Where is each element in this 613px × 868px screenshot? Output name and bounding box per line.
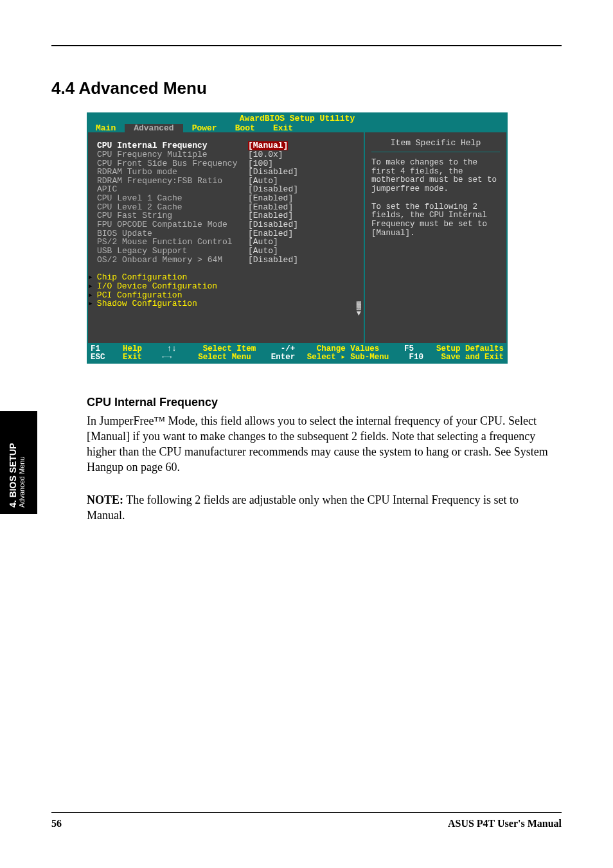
submenu-item[interactable]: ▸Chip Configuration — [88, 273, 360, 282]
submenu-arrow-icon: ▸ — [88, 282, 97, 291]
page-number: 56 — [51, 818, 62, 829]
field-heading: CPU Internal Frequency — [87, 396, 562, 409]
setting-value: [Disabled] — [248, 185, 298, 194]
legend-label: Exit — [123, 353, 142, 362]
tab-advanced[interactable]: Advanced — [125, 124, 182, 133]
setting-row[interactable]: CPU Level 1 Cache[Enabled] — [97, 194, 360, 203]
legend-key: F10 — [409, 353, 434, 362]
help-title: Item Specific Help — [371, 139, 500, 152]
field-description: In JumperFree™ Mode, this field allows y… — [87, 413, 556, 475]
legend-label: Select ▸ Sub-Menu — [307, 353, 389, 362]
setting-value: [Auto] — [248, 177, 278, 186]
setting-value: [10.0x] — [248, 150, 283, 159]
submenu-item[interactable]: ▸I/O Device Configuration — [88, 282, 360, 291]
setting-value: [Enabled] — [248, 194, 293, 203]
legend-label: Select Menu — [198, 353, 251, 362]
legend-key: ESC — [91, 353, 116, 362]
setting-row[interactable]: CPU Frequency Multiple[10.0x] — [97, 150, 360, 159]
scroll-down-icon[interactable]: ▓▼ — [357, 302, 361, 317]
submenu-label: I/O Device Configuration — [97, 282, 217, 291]
side-tab-title: 4. BIOS SETUP — [8, 443, 18, 508]
tab-power[interactable]: Power — [183, 124, 226, 133]
note-label: NOTE: — [87, 493, 123, 506]
setting-label: PS/2 Mouse Function Control — [97, 238, 248, 247]
manual-name: ASUS P4T User's Manual — [448, 818, 562, 829]
submenu-label: PCI Configuration — [97, 291, 182, 300]
legend-label: Save and Exit — [441, 353, 504, 362]
setting-label: BIOS Update — [97, 229, 248, 238]
submenu-arrow-icon: ▸ — [88, 273, 97, 282]
setting-row[interactable]: CPU Front Side Bus Frequency[100] — [97, 159, 360, 168]
legend-key: Enter — [271, 353, 301, 362]
setting-row[interactable]: CPU Fast String[Enabled] — [97, 211, 360, 220]
setting-label: RDRAM Turbo mode — [97, 168, 248, 177]
bios-screenshot: AwardBIOS Setup Utility Main Advanced Po… — [87, 112, 508, 364]
note-text: The following 2 fields are adjustable on… — [87, 493, 519, 522]
submenu-arrow-icon: ▸ — [88, 299, 97, 308]
side-tab-subtitle: Advanced Menu — [18, 443, 26, 508]
section-title: 4.4 Advanced Menu — [51, 78, 562, 98]
setting-value: [Enabled] — [248, 211, 293, 220]
setting-row[interactable]: OS/2 Onboard Memory > 64M[Disabled] — [97, 256, 360, 265]
setting-value: [Enabled] — [248, 229, 293, 238]
page-footer: 56 ASUS P4T User's Manual — [51, 812, 562, 829]
legend-key: ←→ — [162, 353, 191, 362]
section-side-tab: 4. BIOS SETUP Advanced Menu — [0, 411, 37, 514]
setting-row[interactable]: BIOS Update[Enabled] — [97, 229, 360, 238]
setting-label: CPU Internal Frequency — [97, 141, 248, 150]
setting-label: USB Legacy Support — [97, 247, 248, 256]
setting-label: OS/2 Onboard Memory > 64M — [97, 256, 248, 265]
submenu-label: Shadow Configuration — [97, 299, 197, 308]
setting-value: [Disabled] — [248, 220, 298, 229]
submenu-arrow-icon: ▸ — [88, 291, 97, 300]
setting-value: [Auto] — [248, 247, 278, 256]
setting-value: [Disabled] — [248, 168, 298, 177]
tab-main[interactable]: Main — [87, 124, 125, 133]
tab-exit[interactable]: Exit — [264, 124, 302, 133]
setting-row[interactable]: USB Legacy Support[Auto] — [97, 247, 360, 256]
top-rule — [51, 45, 562, 46]
submenu-label: Chip Configuration — [97, 273, 187, 282]
setting-label: FPU OPCODE Compatible Mode — [97, 220, 248, 229]
note-block: NOTE: The following 2 fields are adjusta… — [87, 492, 556, 524]
setting-value: [Enabled] — [248, 203, 293, 212]
setting-label: CPU Frequency Multiple — [97, 150, 248, 159]
setting-label: APIC — [97, 185, 248, 194]
setting-row[interactable]: FPU OPCODE Compatible Mode[Disabled] — [97, 220, 360, 229]
setting-row[interactable]: RDRAM Frequency:FSB Ratio[Auto] — [97, 177, 360, 186]
tab-boot[interactable]: Boot — [226, 124, 264, 133]
setting-label: CPU Level 1 Cache — [97, 194, 248, 203]
bios-settings-panel: CPU Internal Frequency [Manual] CPU Freq… — [88, 132, 365, 343]
bios-tabs: Main Advanced Power Boot Exit — [87, 124, 508, 133]
help-text: To make changes to the first 4 fields, t… — [371, 159, 500, 238]
setting-row[interactable]: CPU Level 2 Cache[Enabled] — [97, 203, 360, 212]
setting-row[interactable]: RDRAM Turbo mode[Disabled] — [97, 168, 360, 177]
setting-label: CPU Level 2 Cache — [97, 203, 248, 212]
setting-label: CPU Front Side Bus Frequency — [97, 159, 248, 168]
submenu-item[interactable]: ▸Shadow Configuration — [88, 299, 360, 308]
submenu-item[interactable]: ▸PCI Configuration — [88, 291, 360, 300]
setting-value[interactable]: [Manual] — [248, 141, 288, 150]
bios-titlebar: AwardBIOS Setup Utility — [87, 112, 508, 124]
setting-value: [Disabled] — [248, 256, 298, 265]
setting-value: [Auto] — [248, 238, 278, 247]
setting-label: CPU Fast String — [97, 211, 248, 220]
setting-value: [100] — [248, 159, 273, 168]
bios-help-panel: Item Specific Help To make changes to th… — [365, 132, 506, 343]
setting-row[interactable]: CPU Internal Frequency [Manual] — [97, 141, 360, 150]
setting-row[interactable]: PS/2 Mouse Function Control[Auto] — [97, 238, 360, 247]
setting-row[interactable]: APIC[Disabled] — [97, 185, 360, 194]
bios-key-legend: F1Help ↑↓Select Item -/+Change Values F5… — [87, 344, 508, 363]
setting-label: RDRAM Frequency:FSB Ratio — [97, 177, 248, 186]
